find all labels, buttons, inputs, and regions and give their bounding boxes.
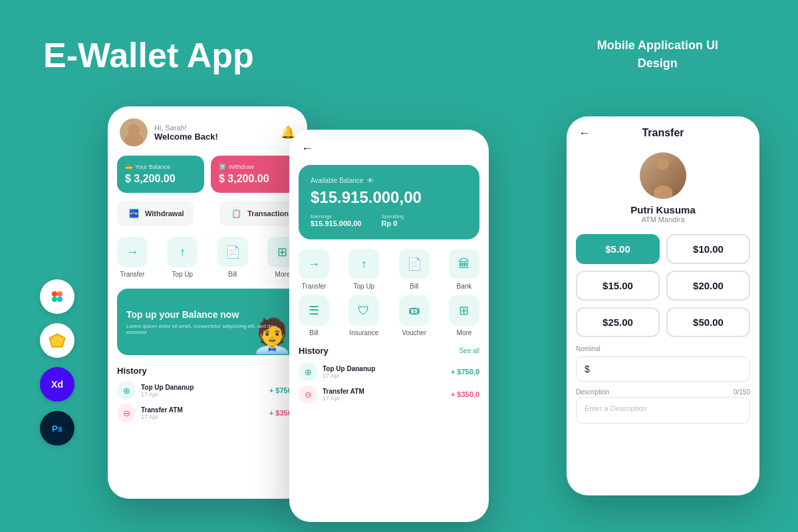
earnings-label: Earnings: [311, 213, 361, 219]
xd-icon: Xd: [40, 367, 74, 402]
promo-title: Top up your Balance now: [126, 309, 289, 321]
back-arrow-3[interactable]: ←: [579, 126, 591, 140]
nominal-label: Nominal: [576, 345, 750, 352]
p2-h-date-1: 17 Apr: [323, 372, 375, 379]
p3-amounts: $5.00 $10.00 $15.00 $20.00 $25.00 $50.00: [567, 234, 759, 337]
p2-bank-label: Bank: [457, 283, 472, 290]
transaction-icon: 📋: [229, 206, 243, 221]
withdraw-card: ⬆️Withdraw $ 3,200.00: [211, 156, 298, 193]
p2-insurance[interactable]: 🛡 Insurance: [348, 295, 379, 336]
quick-topup[interactable]: ↑ Top Up: [167, 237, 198, 278]
p2-voucher-icon: 🎟: [399, 295, 430, 326]
history-item-1: ⊕ Top Up Dananup 17 Apr + $750,0: [117, 381, 298, 400]
p2-h-name-2: Transfer ATM: [323, 388, 364, 395]
p2-more-label: More: [457, 329, 472, 336]
p2-h-date-2: 17 Apr: [323, 395, 364, 402]
p2-stats: Earnings $15.915.000,00 Spending Rp 0: [311, 213, 467, 227]
topup-label: Top Up: [172, 271, 193, 278]
p2-voucher[interactable]: 🎟 Voucher: [399, 295, 430, 336]
amount-10[interactable]: $10.00: [666, 234, 750, 264]
svg-point-2: [52, 297, 57, 302]
earnings-value: $15.915.000,00: [311, 219, 361, 227]
history-title: History: [117, 366, 298, 376]
bill-icon: 📄: [217, 237, 248, 267]
greeting: Hi, Sarah! Welcome Back!: [154, 124, 218, 142]
p2-transfer[interactable]: → Transfer: [299, 249, 329, 290]
sketch-icon: [40, 323, 74, 358]
bill-label: Bill: [228, 271, 237, 278]
amount-20[interactable]: $20.00: [666, 271, 750, 301]
greeting-main: Welcome Back!: [154, 132, 218, 142]
transfer-icon: →: [117, 237, 148, 267]
transaction-button[interactable]: 📋 Transaction: [219, 201, 298, 226]
p2-bill-icon: 📄: [399, 249, 430, 279]
promo-banner: Top up your Balance now Lorem ipsum dolo…: [117, 289, 298, 355]
p2-h-icon-1: ⊕: [299, 362, 317, 381]
p3-header: ← Transfer: [567, 116, 759, 146]
amount-15[interactable]: $15.00: [576, 271, 660, 301]
p2-transfer-label: Transfer: [302, 283, 327, 290]
amount-5[interactable]: $5.00: [576, 234, 660, 264]
desc-input[interactable]: Enter a Description: [576, 397, 750, 424]
p2-quick-row2: ☰ Bill 🛡 Insurance 🎟 Voucher ⊞ More: [289, 295, 489, 342]
p3-person-name: Putri Kusuma: [630, 204, 696, 215]
quick-bill[interactable]: 📄 Bill: [217, 237, 248, 278]
balance-amount: $ 3,200.00: [125, 173, 196, 185]
svg-point-1: [57, 291, 63, 297]
p2-transfer-icon: →: [299, 249, 329, 279]
p2-history-title: History: [299, 346, 329, 356]
quick-transfer[interactable]: → Transfer: [117, 237, 148, 278]
p3-person-bank: ATM Mandira: [641, 215, 684, 223]
spending-label: Spending: [381, 213, 404, 219]
user-info: Hi, Sarah! Welcome Back!: [120, 118, 218, 146]
tools-list: Xd Ps: [40, 279, 74, 446]
balance-cards: 💳Your Balance $ 3,200.00 ⬆️Withdraw $ 3,…: [108, 156, 307, 193]
p2-bill-label: Bill: [410, 283, 418, 290]
photoshop-icon: Ps: [40, 411, 74, 446]
p2-balance-card: Available Balance 👁 $15.915.000,00 Earni…: [299, 165, 479, 239]
p2-bank-icon: 🏛: [449, 249, 479, 279]
p2-bill2[interactable]: ☰ Bill: [299, 295, 329, 336]
greeting-sub: Hi, Sarah!: [154, 124, 218, 132]
subtitle: Mobile Application UI Design: [597, 37, 718, 72]
quick-actions: → Transfer ↑ Top Up 📄 Bill ⊞ More: [108, 234, 307, 281]
p2-insurance-label: Insurance: [349, 329, 378, 336]
balance-label: 💳Your Balance: [125, 164, 196, 170]
transfer-label: Transfer: [120, 271, 145, 278]
spending-value: Rp 0: [381, 219, 404, 227]
history-name-2: Transfer ATM: [141, 406, 183, 414]
svg-point-0: [52, 291, 57, 297]
p2-h-amount-2: + $350,0: [451, 390, 479, 398]
withdrawal-button[interactable]: 🏧 Withdrawal: [117, 201, 194, 226]
amount-25[interactable]: $25.00: [576, 307, 660, 337]
history-section: History ⊕ Top Up Dananup 17 Apr + $750,0…: [108, 363, 307, 422]
p2-balance-label: Available Balance 👁: [311, 177, 467, 184]
withdrawal-icon: 🏧: [126, 206, 141, 221]
topup-icon: ↑: [167, 237, 198, 267]
amount-50[interactable]: $50.00: [666, 307, 750, 337]
p2-insurance-icon: 🛡: [348, 295, 379, 326]
p2-h-name-1: Top Up Dananup: [323, 365, 375, 372]
history-date-2: 17 Apr: [141, 414, 183, 420]
p2-topup-icon: ↑: [348, 249, 379, 279]
p3-avatar: [640, 152, 686, 199]
figma-icon: [40, 279, 74, 314]
p2-header: ←: [289, 130, 489, 165]
phone-transfer: ← Transfer Putri Kusuma ATM Mandira $5.0…: [567, 116, 759, 495]
nominal-input[interactable]: $: [576, 356, 750, 382]
phone-home: Hi, Sarah! Welcome Back! 🔔 💳Your Balance…: [108, 106, 307, 499]
action-buttons: 🏧 Withdrawal 📋 Transaction: [108, 193, 307, 234]
history-icon-2: ⊖: [117, 404, 136, 422]
main-title: E-Wallet App: [43, 37, 254, 74]
p3-nominal: Nominal $: [567, 337, 759, 382]
p2-more[interactable]: ⊞ More: [449, 295, 479, 336]
p2-voucher-label: Voucher: [402, 329, 426, 336]
back-arrow-2[interactable]: ←: [301, 142, 313, 156]
p2-bank[interactable]: 🏛 Bank: [449, 249, 479, 290]
p3-title: Transfer: [642, 127, 684, 139]
p2-see-all[interactable]: See all: [459, 347, 479, 354]
desc-label: Description 0/150: [576, 388, 750, 396]
p2-quick-row1: → Transfer ↑ Top Up 📄 Bill 🏛 Bank: [289, 239, 489, 295]
p2-topup[interactable]: ↑ Top Up: [348, 249, 379, 290]
p2-bill[interactable]: 📄 Bill: [399, 249, 430, 290]
